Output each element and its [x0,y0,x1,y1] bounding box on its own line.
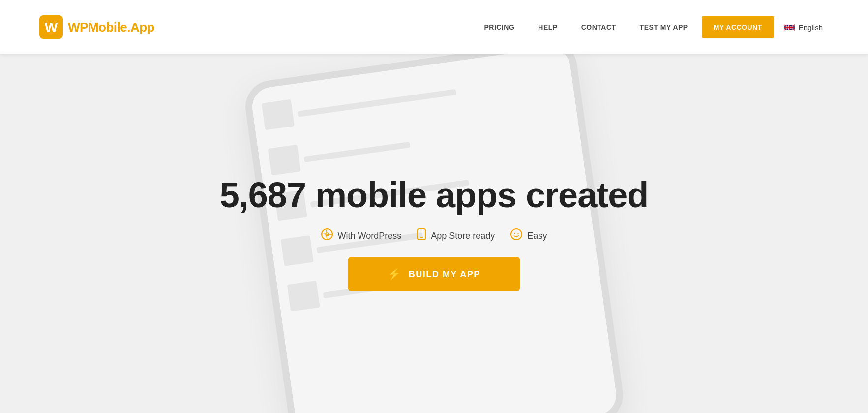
svg-text:W: W [45,20,58,35]
hero-features: With WordPress App Store ready [321,228,547,243]
hero-title: 5,687 mobile apps created [220,176,648,215]
svg-point-9 [514,233,515,234]
build-button-label: BUILD MY APP [409,269,480,280]
flag-icon [784,24,795,31]
my-account-button[interactable]: MY ACCOUNT [702,16,774,38]
svg-rect-6 [420,237,423,238]
nav-contact[interactable]: CONTACT [571,19,626,35]
feature-wordpress-label: With WordPress [338,231,402,241]
hero-content: 5,687 mobile apps created With WordPress [220,176,648,291]
feature-easy-label: Easy [527,231,547,241]
build-my-app-button[interactable]: ⚡ BUILD MY APP [348,257,520,291]
feature-wordpress: With WordPress [321,228,402,243]
smiley-icon [510,228,522,243]
nav-help[interactable]: HELP [528,19,567,35]
hero-section: 5,687 mobile apps created With WordPress [0,54,868,413]
svg-point-8 [511,229,522,240]
logo-icon: W [39,15,63,39]
feature-easy: Easy [510,228,547,243]
language-label: English [799,23,823,32]
nav-pricing[interactable]: PRICING [475,19,525,35]
nav-test-my-app[interactable]: TEST MY APP [630,19,698,35]
header: W WPMobile.App PRICING HELP CONTACT TEST… [0,0,868,54]
wordpress-icon [321,228,333,243]
svg-point-10 [518,233,519,234]
main-nav: PRICING HELP CONTACT TEST MY APP MY ACCO… [475,16,829,38]
feature-appstore-label: App Store ready [431,231,495,241]
logo[interactable]: W WPMobile.App [39,15,154,39]
phone-icon [417,228,426,243]
bolt-icon: ⚡ [388,268,402,281]
language-selector[interactable]: English [778,19,829,35]
logo-text: WPMobile.App [68,20,154,35]
feature-appstore: App Store ready [417,228,495,243]
svg-rect-7 [420,230,422,230]
